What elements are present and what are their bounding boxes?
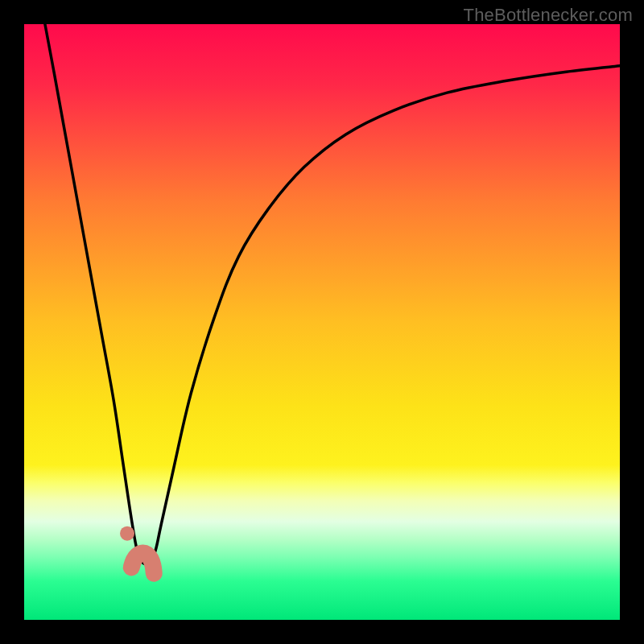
plot-area bbox=[24, 24, 620, 620]
gradient-background bbox=[24, 24, 620, 620]
attribution-label: TheBottlenecker.com bbox=[464, 5, 633, 26]
outer-frame: TheBottlenecker.com bbox=[0, 0, 644, 644]
chart-canvas bbox=[24, 24, 620, 620]
marker-dot bbox=[120, 526, 134, 541]
